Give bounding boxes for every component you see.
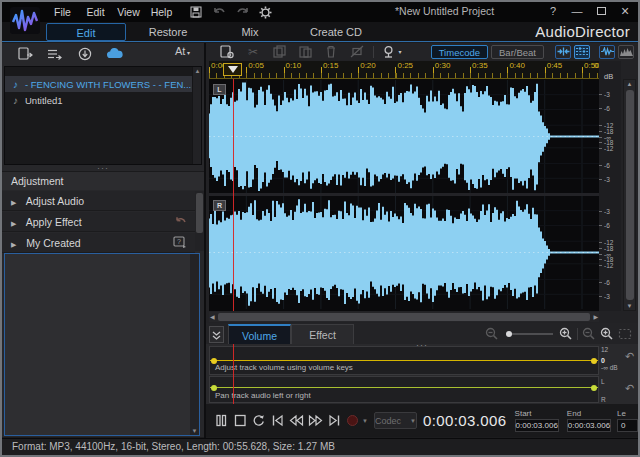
scrollbar-thumb[interactable] [626, 90, 634, 300]
go-to-start-button[interactable] [269, 412, 286, 429]
edit-toolbar: ✂ ▾ Timecode Bar/Beat [206, 43, 638, 60]
start-value[interactable]: 0:00:03.006 [515, 419, 559, 432]
zoom-in-vertical-icon[interactable] [600, 327, 614, 341]
snap-to-center-button[interactable] [555, 45, 571, 59]
clip-properties-icon[interactable] [214, 44, 240, 59]
scroll-left-icon[interactable]: ◀ [210, 312, 215, 322]
batch-import-icon[interactable] [40, 45, 70, 63]
record-dropdown-icon[interactable]: ▼ [362, 418, 368, 424]
reset-effects-icon[interactable] [174, 215, 187, 227]
download-audio-icon[interactable] [70, 45, 100, 63]
scroll-right-icon[interactable]: ▶ [593, 312, 598, 322]
section-my-created[interactable]: ▶ My Created ? [2, 233, 195, 253]
add-marker-icon[interactable]: ▾ [377, 44, 407, 59]
tab-edit[interactable]: Edit [46, 23, 126, 41]
timecode-toggle[interactable]: Timecode [431, 45, 488, 59]
scroll-down-icon[interactable]: ▼ [191, 428, 198, 434]
menu-file[interactable]: File [46, 2, 79, 22]
scrollbar-thumb[interactable] [218, 313, 590, 321]
current-timecode: 0:00:03.006 [423, 412, 507, 429]
save-icon[interactable] [188, 4, 204, 20]
record-button[interactable] [347, 415, 358, 426]
undo-icon[interactable] [211, 4, 227, 20]
zoom-slider[interactable] [503, 329, 555, 339]
tab-restore[interactable]: Restore [128, 23, 208, 41]
section-label: My Created [26, 237, 80, 249]
barbeat-toggle[interactable]: Bar/Beat [491, 45, 544, 59]
maximize-button[interactable] [592, 3, 610, 19]
pan-keyframe-line[interactable] [210, 387, 598, 388]
text-size-sort-button[interactable]: At ▾ [175, 45, 190, 57]
scroll-up-icon[interactable]: ▲ [194, 68, 201, 74]
menu-edit[interactable]: Edit [79, 2, 112, 22]
adjustment-scrollbar[interactable] [195, 191, 204, 251]
collapse-panel-button[interactable] [209, 326, 224, 343]
range-select-icon [618, 328, 632, 340]
tab-effect[interactable]: Effect [291, 324, 354, 344]
tab-create-cd[interactable]: Create CD [292, 23, 380, 41]
close-button[interactable]: × [616, 3, 634, 19]
volume-key-end[interactable] [591, 358, 597, 364]
db-tick-label: -6 [604, 280, 610, 286]
length-value[interactable]: 0 [617, 419, 638, 432]
cloud-icon[interactable] [100, 45, 130, 63]
redo-icon[interactable] [234, 4, 250, 20]
media-file-list: ♪ - FENCING WITH FLOWERS - - FEN... ♪ Un… [4, 66, 202, 165]
list-item-file[interactable]: ♪ Untitled1 [5, 92, 201, 108]
selection-end-field: End 0:00:03.006 [567, 409, 611, 432]
db-tick-label: -6 [604, 106, 610, 112]
tab-volume[interactable]: Volume [228, 324, 291, 344]
codec-button[interactable]: Codec ▼ [374, 412, 417, 429]
spectral-view-button[interactable] [618, 45, 634, 59]
vertical-scrollbar[interactable]: ▲ ▼ [623, 79, 636, 311]
keyframe-splitter-handle[interactable]: ··· [206, 342, 638, 348]
waveform-view-button[interactable] [599, 45, 615, 59]
playhead-handle[interactable] [223, 63, 242, 76]
minimize-button[interactable]: — [568, 3, 586, 19]
pan-key-end[interactable] [591, 385, 597, 391]
right-channel-lane[interactable]: R [209, 196, 599, 309]
playhead-line-keyframes [233, 344, 234, 404]
file-list-scrollbar[interactable]: ▲ [192, 67, 201, 164]
settings-gear-icon[interactable] [257, 4, 273, 20]
scroll-down-icon[interactable]: ▼ [624, 303, 635, 309]
horizontal-scrollbar[interactable]: ◀ ▶ [209, 312, 599, 322]
list-item-file[interactable]: ♪ - FENCING WITH FLOWERS - - FEN... [5, 76, 201, 92]
go-to-end-button[interactable] [326, 412, 343, 429]
left-channel-lane[interactable]: L [209, 80, 599, 193]
menu-help[interactable]: Help [145, 2, 178, 22]
status-bar: Format: MP3, 44100Hz, 16-bit, Stereo, Le… [2, 438, 638, 455]
paste-icon [292, 44, 318, 59]
tab-mix[interactable]: Mix [208, 23, 292, 41]
pause-button[interactable] [212, 412, 229, 429]
pan-keyframe-lane[interactable]: Pan track audio left or right [209, 376, 599, 403]
end-value[interactable]: 0:00:03.006 [567, 419, 611, 432]
section-apply-effect[interactable]: ▶ Apply Effect [2, 212, 195, 232]
fast-forward-button[interactable] [307, 412, 324, 429]
timeline-ruler[interactable]: 0:000:050:100:150:200:250:300:350:400:45… [209, 61, 599, 79]
section-adjust-audio[interactable]: ▶ Adjust Audio [2, 191, 195, 211]
import-media-icon[interactable] [10, 45, 40, 63]
end-label: End [567, 409, 611, 418]
content-scrollbar[interactable]: ▼ [190, 254, 199, 435]
loop-button[interactable] [250, 412, 267, 429]
waveform-left-channel [209, 80, 599, 193]
zoom-out-horizontal-icon [485, 327, 499, 341]
reset-pan-keys-icon[interactable]: ↶ [625, 382, 634, 395]
waveform-display[interactable]: L R [209, 79, 599, 311]
window-controls: ? — × [544, 2, 634, 20]
volume-keyframe-lane[interactable]: Adjust track volume using volume keys [209, 346, 599, 375]
scroll-up-icon[interactable]: ▲ [624, 81, 635, 87]
copy-icon [266, 44, 292, 59]
stop-button[interactable] [231, 412, 248, 429]
keyframe-panel-button[interactable] [574, 45, 590, 59]
menu-view[interactable]: View [112, 2, 145, 22]
pan-scale: L R [601, 378, 623, 403]
zoom-in-horizontal-icon[interactable] [559, 327, 573, 341]
rewind-button[interactable] [288, 412, 305, 429]
volume-keyframe-line[interactable] [210, 360, 598, 361]
import-preset-icon[interactable]: ? [173, 236, 187, 248]
help-button[interactable]: ? [544, 3, 562, 19]
reset-volume-keys-icon[interactable]: ↶ [625, 350, 634, 363]
pan-key-start[interactable] [211, 385, 217, 391]
